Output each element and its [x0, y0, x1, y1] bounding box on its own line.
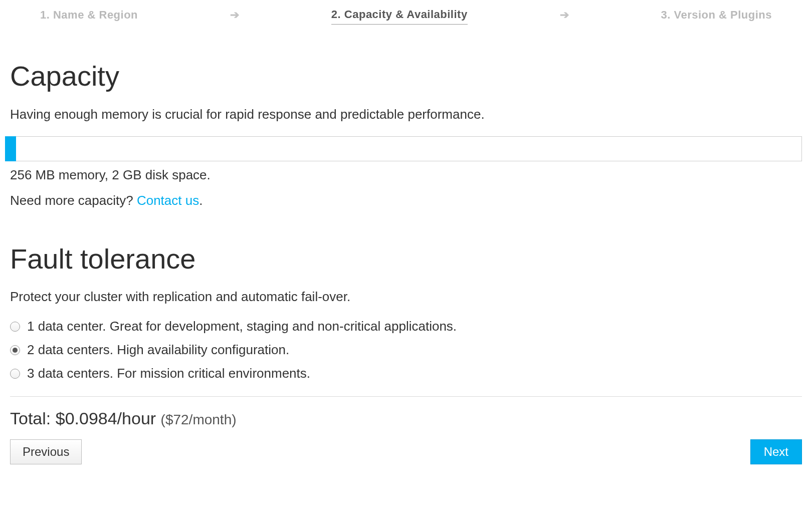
- capacity-selected-value: 256 MB memory, 2 GB disk space.: [10, 167, 802, 183]
- capacity-slider[interactable]: [5, 136, 802, 161]
- wizard-steps: 1. Name & Region ➔ 2. Capacity & Availab…: [0, 0, 812, 31]
- radio-icon: [10, 345, 20, 355]
- fault-tolerance-description: Protect your cluster with replication an…: [10, 289, 802, 305]
- radio-icon: [10, 369, 20, 379]
- wizard-step-version-plugins[interactable]: 3. Version & Plugins: [661, 6, 772, 25]
- radio-option-1-datacenter[interactable]: 1 data center. Great for development, st…: [10, 319, 802, 334]
- more-capacity-text: Need more capacity? Contact us.: [10, 193, 802, 208]
- radio-label: 2 data centers. High availability config…: [27, 342, 289, 358]
- total-hourly: $0.0984/hour: [56, 409, 156, 428]
- previous-button[interactable]: Previous: [10, 439, 82, 464]
- wizard-step-name-region[interactable]: 1. Name & Region: [40, 6, 138, 25]
- wizard-step-capacity-availability[interactable]: 2. Capacity & Availability: [331, 5, 468, 25]
- slider-track[interactable]: [15, 136, 802, 161]
- radio-icon: [10, 322, 20, 332]
- next-button[interactable]: Next: [750, 439, 802, 464]
- radio-label: 3 data centers. For mission critical env…: [27, 366, 310, 381]
- total-price: Total: $0.0984/hour ($72/month): [10, 409, 802, 428]
- button-row: Previous Next: [10, 439, 802, 464]
- chevron-right-icon: ➔: [230, 9, 239, 22]
- slider-handle[interactable]: [5, 136, 16, 161]
- chevron-right-icon: ➔: [560, 9, 569, 22]
- radio-label: 1 data center. Great for development, st…: [27, 319, 457, 334]
- more-capacity-suffix: .: [199, 193, 202, 208]
- main-content: Capacity Having enough memory is crucial…: [0, 31, 812, 474]
- contact-us-link[interactable]: Contact us: [137, 193, 199, 208]
- capacity-description: Having enough memory is crucial for rapi…: [10, 107, 802, 122]
- total-prefix: Total:: [10, 409, 56, 428]
- fault-tolerance-options: 1 data center. Great for development, st…: [10, 319, 802, 381]
- total-monthly: ($72/month): [161, 412, 237, 427]
- divider: [10, 396, 802, 397]
- fault-tolerance-heading: Fault tolerance: [10, 243, 802, 275]
- radio-option-3-datacenters[interactable]: 3 data centers. For mission critical env…: [10, 366, 802, 381]
- capacity-heading: Capacity: [10, 61, 802, 92]
- radio-option-2-datacenters[interactable]: 2 data centers. High availability config…: [10, 342, 802, 358]
- more-capacity-prefix: Need more capacity?: [10, 193, 137, 208]
